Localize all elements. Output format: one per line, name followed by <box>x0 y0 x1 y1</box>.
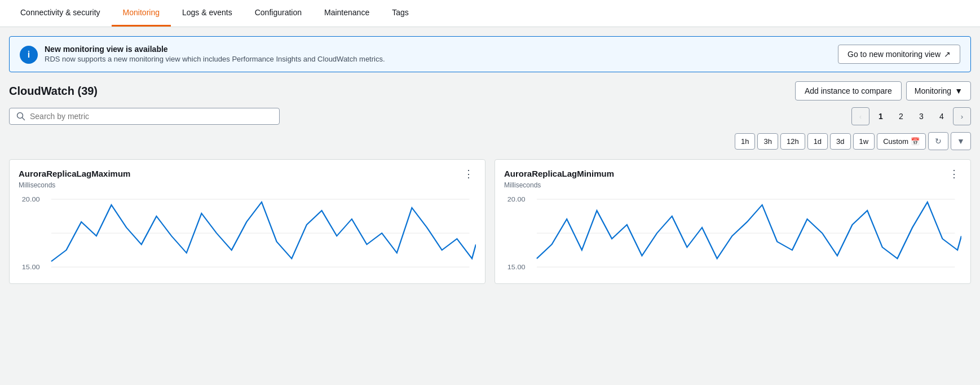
pagination: ‹ 1 2 3 4 › <box>851 107 971 125</box>
monitoring-dropdown-button[interactable]: Monitoring ▼ <box>906 81 971 100</box>
svg-text:15.00: 15.00 <box>22 264 40 271</box>
pagination-next-button[interactable]: › <box>953 107 971 125</box>
tab-connectivity[interactable]: Connectivity & security <box>9 0 112 27</box>
page-2[interactable]: 2 <box>892 107 910 125</box>
pagination-prev-button[interactable]: ‹ <box>851 107 869 125</box>
tab-maintenance[interactable]: Maintenance <box>313 0 381 27</box>
tab-tags[interactable]: Tags <box>381 0 420 27</box>
search-pagination-row: ‹ 1 2 3 4 › <box>9 107 971 125</box>
search-box <box>9 108 280 125</box>
time-1w-button[interactable]: 1w <box>853 133 875 150</box>
refresh-button[interactable]: ↻ <box>928 132 948 150</box>
time-1h-button[interactable]: 1h <box>735 133 755 150</box>
page-3[interactable]: 3 <box>912 107 930 125</box>
chart2-menu-button[interactable]: ⋮ <box>947 169 961 179</box>
go-to-label: Go to new monitoring view <box>847 50 941 59</box>
time-3h-button[interactable]: 3h <box>757 133 778 150</box>
chart1-unit: Milliseconds <box>19 181 476 189</box>
banner-title: New monitoring view is available <box>45 45 385 54</box>
chart2-svg: 20.00 15.00 <box>504 194 961 273</box>
tab-configuration[interactable]: Configuration <box>244 0 313 27</box>
tab-bar: Connectivity & securityMonitoringLogs & … <box>0 0 980 27</box>
external-link-icon: ↗ <box>944 50 951 59</box>
main-content: CloudWatch (39) Add instance to compare … <box>0 81 980 293</box>
time-3d-button[interactable]: 3d <box>830 133 850 150</box>
svg-text:20.00: 20.00 <box>22 196 40 203</box>
chart2-header: AuroraReplicaLagMinimum ⋮ <box>504 169 961 179</box>
page-1[interactable]: 1 <box>872 107 890 125</box>
svg-text:20.00: 20.00 <box>507 196 526 203</box>
search-icon <box>16 112 25 121</box>
cloudwatch-header: CloudWatch (39) Add instance to compare … <box>9 81 971 100</box>
monitoring-banner: i New monitoring view is available RDS n… <box>9 36 971 72</box>
charts-grid: AuroraReplicaLagMaximum ⋮ Milliseconds 2… <box>9 159 971 284</box>
banner-left: i New monitoring view is available RDS n… <box>20 45 385 64</box>
tab-logs[interactable]: Logs & events <box>171 0 244 27</box>
refresh-icon: ↻ <box>935 137 942 146</box>
cloudwatch-title: CloudWatch (39) <box>9 85 98 98</box>
time-range-row: 1h 3h 12h 1d 3d 1w Custom 📅 ↻ ▼ <box>9 132 971 150</box>
chart1-menu-button[interactable]: ⋮ <box>461 169 476 179</box>
custom-label: Custom <box>883 137 908 146</box>
svg-text:15.00: 15.00 <box>507 264 526 271</box>
chart-aurora-replica-lag-minimum: AuroraReplicaLagMinimum ⋮ Milliseconds 2… <box>495 159 971 284</box>
header-actions: Add instance to compare Monitoring ▼ <box>795 81 971 100</box>
chart1-title: AuroraReplicaLagMaximum <box>19 169 130 178</box>
monitoring-dropdown-label: Monitoring <box>915 86 951 95</box>
search-input[interactable] <box>30 112 272 121</box>
chart-aurora-replica-lag-maximum: AuroraReplicaLagMaximum ⋮ Milliseconds 2… <box>9 159 485 284</box>
banner-description: RDS now supports a new monitoring view w… <box>45 55 385 63</box>
time-custom-button[interactable]: Custom 📅 <box>877 133 926 150</box>
info-icon: i <box>20 46 38 64</box>
chart2-title: AuroraReplicaLagMinimum <box>504 169 614 178</box>
page-4[interactable]: 4 <box>933 107 951 125</box>
tab-monitoring[interactable]: Monitoring <box>112 0 171 27</box>
svg-line-1 <box>23 118 25 120</box>
time-12h-button[interactable]: 12h <box>780 133 805 150</box>
add-instance-button[interactable]: Add instance to compare <box>795 81 902 100</box>
banner-text: New monitoring view is available RDS now… <box>45 45 385 63</box>
chart1-svg: 20.00 15.00 <box>19 194 476 273</box>
calendar-icon: 📅 <box>911 137 920 146</box>
dropdown-chevron-icon: ▼ <box>955 86 963 95</box>
chart1-header: AuroraReplicaLagMaximum ⋮ <box>19 169 476 179</box>
dropdown-arrow-icon: ▼ <box>957 137 965 146</box>
go-to-monitoring-button[interactable]: Go to new monitoring view ↗ <box>838 45 960 64</box>
settings-dropdown-button[interactable]: ▼ <box>951 132 971 150</box>
chart2-unit: Milliseconds <box>504 181 961 189</box>
time-1d-button[interactable]: 1d <box>807 133 828 150</box>
